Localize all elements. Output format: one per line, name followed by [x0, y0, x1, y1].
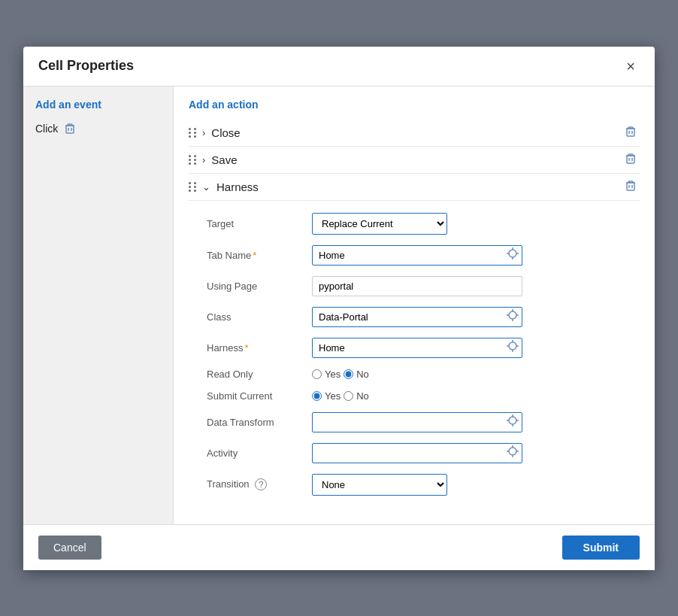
- read-only-radio-row: Yes No: [312, 369, 369, 380]
- event-click-label: Click: [35, 123, 58, 135]
- tab-name-label: Tab Name*: [207, 250, 312, 261]
- read-only-yes-radio[interactable]: [312, 369, 322, 379]
- read-only-label: Read Only: [207, 369, 312, 380]
- svg-rect-3: [627, 129, 634, 136]
- chevron-harness[interactable]: ⌄: [202, 181, 210, 193]
- cancel-button[interactable]: Cancel: [38, 536, 101, 560]
- data-transform-row: Data Transform: [207, 412, 640, 432]
- modal-title: Cell Properties: [38, 58, 134, 74]
- overlay: Cell Properties × Add an event Click: [0, 0, 678, 616]
- activity-row: Activity: [207, 443, 640, 463]
- read-only-no-radio[interactable]: [344, 369, 353, 379]
- harness-input-wrapper: [312, 338, 522, 358]
- submit-current-yes-radio[interactable]: [312, 391, 322, 401]
- svg-point-17: [509, 311, 516, 319]
- class-label: Class: [207, 311, 312, 323]
- sidebar: Add an event Click: [23, 86, 174, 524]
- drag-handle-harness[interactable]: [189, 182, 198, 192]
- read-only-yes-label: Yes: [325, 369, 341, 380]
- target-select[interactable]: Replace Current New Tab Modal: [312, 213, 447, 235]
- submit-current-no-radio[interactable]: [344, 391, 353, 401]
- class-input[interactable]: [312, 307, 522, 327]
- submit-current-no-label: No: [356, 390, 369, 402]
- svg-rect-6: [627, 156, 634, 163]
- delete-save-action-button[interactable]: [625, 153, 637, 167]
- submit-current-radio-row: Yes No: [312, 390, 369, 402]
- svg-point-32: [509, 448, 516, 455]
- activity-input-wrapper: [312, 443, 522, 463]
- action-row-harness: ⌄ Harness: [189, 174, 640, 201]
- action-save-label: Save: [211, 153, 625, 166]
- data-transform-target-icon[interactable]: [506, 414, 519, 430]
- svg-rect-9: [627, 183, 634, 190]
- content-area: Add an action › Close: [174, 86, 655, 524]
- using-page-label: Using Page: [207, 281, 312, 292]
- modal: Cell Properties × Add an event Click: [23, 47, 655, 570]
- chevron-save[interactable]: ›: [202, 154, 205, 165]
- close-modal-button[interactable]: ×: [622, 57, 640, 75]
- submit-button[interactable]: Submit: [562, 536, 640, 560]
- submit-current-label: Submit Current: [207, 390, 312, 402]
- submit-current-yes-label: Yes: [325, 390, 341, 402]
- class-target-icon[interactable]: [506, 308, 519, 325]
- submit-current-row: Submit Current Yes No: [207, 390, 640, 402]
- transition-select[interactable]: None Fade Slide: [312, 474, 447, 496]
- data-transform-label: Data Transform: [207, 417, 312, 428]
- tab-name-input-wrapper: [312, 245, 522, 266]
- modal-header: Cell Properties ×: [23, 47, 655, 86]
- tab-name-row: Tab Name*: [207, 245, 640, 266]
- transition-label: Transition ?: [207, 478, 312, 490]
- harness-field-input[interactable]: [312, 338, 522, 358]
- content-inner: Add an action › Close: [174, 86, 655, 524]
- class-row: Class: [207, 307, 640, 327]
- action-harness-label: Harness: [216, 181, 625, 193]
- add-event-button[interactable]: Add an event: [23, 99, 173, 118]
- drag-handle-close[interactable]: [189, 128, 198, 138]
- harness-field-label: Harness*: [207, 342, 312, 354]
- delete-click-event-button[interactable]: [64, 123, 76, 135]
- svg-rect-0: [66, 126, 74, 133]
- target-label: Target: [207, 218, 312, 229]
- modal-body: Add an event Click: [23, 86, 655, 524]
- tab-name-input[interactable]: [312, 245, 522, 266]
- tab-name-target-icon[interactable]: [506, 247, 519, 263]
- svg-point-12: [509, 250, 516, 257]
- delete-close-action-button[interactable]: [625, 126, 637, 140]
- activity-target-icon[interactable]: [506, 445, 519, 461]
- action-row-close: › Close: [189, 120, 640, 147]
- submit-current-radio-group: Yes No: [312, 390, 369, 402]
- transition-row: Transition ? None Fade Slide: [207, 474, 640, 496]
- harness-target-icon[interactable]: [506, 339, 519, 356]
- read-only-row: Read Only Yes No: [207, 369, 640, 380]
- data-transform-input-wrapper: [312, 412, 522, 432]
- svg-point-22: [509, 342, 516, 350]
- event-click-item: Click: [23, 118, 173, 139]
- using-page-input[interactable]: [312, 276, 522, 296]
- harness-field-row: Harness*: [207, 338, 640, 358]
- transition-help-icon: ?: [255, 478, 267, 490]
- drag-handle-save[interactable]: [189, 155, 198, 165]
- class-input-wrapper: [312, 307, 522, 327]
- chevron-close[interactable]: ›: [202, 127, 205, 138]
- activity-label: Activity: [207, 448, 312, 459]
- target-row: Target Replace Current New Tab Modal: [207, 213, 640, 235]
- activity-input[interactable]: [312, 443, 522, 463]
- action-row-save: › Save: [189, 147, 640, 174]
- modal-footer: Cancel Submit: [23, 524, 655, 570]
- svg-point-27: [509, 417, 516, 424]
- read-only-radio-group: Yes No: [312, 369, 369, 380]
- data-transform-input[interactable]: [312, 412, 522, 432]
- using-page-row: Using Page: [207, 276, 640, 296]
- action-close-label: Close: [211, 126, 625, 139]
- add-action-button[interactable]: Add an action: [189, 99, 640, 111]
- delete-harness-action-button[interactable]: [625, 180, 637, 194]
- read-only-no-label: No: [356, 369, 369, 380]
- harness-form: Target Replace Current New Tab Modal Tab…: [189, 201, 640, 512]
